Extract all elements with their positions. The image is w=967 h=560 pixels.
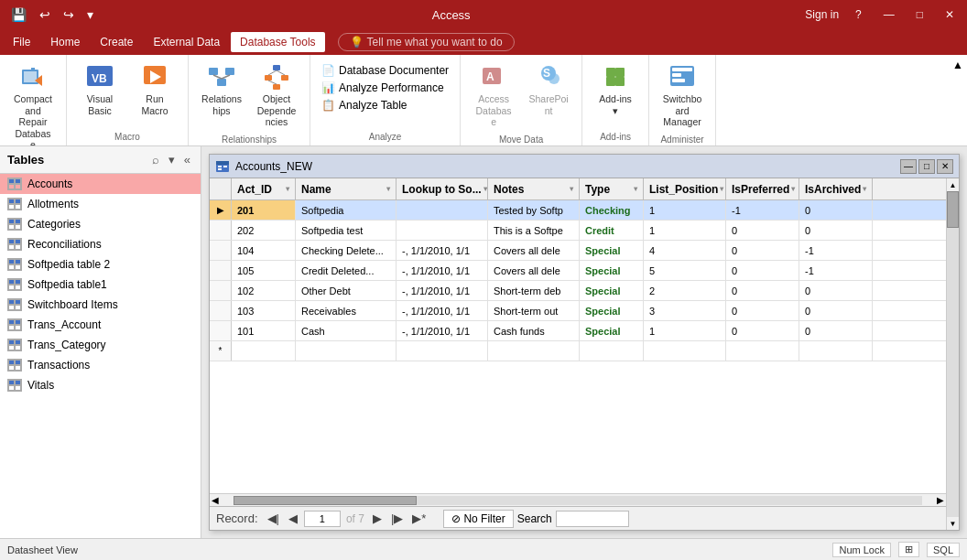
- switchboard-manager-button[interactable]: Switchboard Manager: [657, 59, 708, 132]
- cell-isarch-1[interactable]: 0: [799, 200, 873, 220]
- cell-notes-new[interactable]: [488, 341, 580, 361]
- cell-listpos-2[interactable]: 1: [644, 221, 726, 240]
- cell-lookup-4[interactable]: -, 1/1/2010, 1/1: [397, 261, 488, 280]
- minimize-button[interactable]: —: [878, 6, 900, 23]
- sharepoint-button[interactable]: S SharePoint: [523, 59, 574, 123]
- analyze-performance-button[interactable]: 📊 Analyze Performance: [318, 80, 452, 96]
- sidebar-menu-icon[interactable]: ▾: [166, 152, 178, 167]
- cell-listpos-6[interactable]: 3: [644, 301, 726, 320]
- sidebar-item-softpedia-table-2[interactable]: Softpedia table 2: [0, 254, 201, 275]
- cell-lookup-3[interactable]: -, 1/1/2010, 1/1: [397, 241, 488, 260]
- cell-lookup-1[interactable]: [397, 200, 488, 220]
- nav-current-input[interactable]: [304, 511, 341, 527]
- vscroll-up-button[interactable]: ▲: [947, 178, 959, 191]
- sidebar-item-transactions[interactable]: Transactions: [0, 355, 201, 375]
- object-dependencies-button[interactable]: Object Dependencies: [251, 59, 302, 132]
- cell-name-2[interactable]: Softpedia test: [296, 221, 397, 240]
- cell-lookup-6[interactable]: -, 1/1/2010, 1/1: [397, 301, 488, 320]
- vscroll-down-button[interactable]: ▼: [947, 517, 959, 530]
- cell-isarch-4[interactable]: -1: [799, 261, 873, 280]
- cell-name-1[interactable]: Softpedia: [296, 200, 397, 220]
- menu-external-data[interactable]: External Data: [144, 32, 229, 52]
- cell-type-6[interactable]: Special: [580, 301, 644, 320]
- vertical-scrollbar[interactable]: ▲ ▼: [946, 178, 959, 530]
- cell-ispref-1[interactable]: -1: [726, 200, 799, 220]
- sidebar-item-categories[interactable]: Categories: [0, 214, 201, 234]
- database-documenter-button[interactable]: 📄 Database Documenter: [318, 62, 452, 79]
- mdi-maximize-button[interactable]: □: [918, 159, 935, 174]
- col-header-name[interactable]: Name ▾: [296, 178, 397, 199]
- cell-name-new[interactable]: [296, 341, 397, 361]
- cell-name-5[interactable]: Other Debt: [296, 281, 397, 300]
- vscroll-thumb[interactable]: [947, 191, 959, 228]
- cell-type-7[interactable]: Special: [580, 321, 644, 340]
- col-header-lookup[interactable]: Lookup to So... ▾: [397, 178, 488, 199]
- cell-type-1[interactable]: Checking: [580, 200, 644, 220]
- cell-listpos-7[interactable]: 1: [644, 321, 726, 340]
- add-ins-button[interactable]: Add-ins ▾: [590, 59, 641, 123]
- cell-listpos-4[interactable]: 5: [644, 261, 726, 280]
- cell-type-2[interactable]: Credit: [580, 221, 644, 240]
- cell-actid-7[interactable]: 101: [232, 321, 296, 340]
- cell-notes-7[interactable]: Cash funds: [488, 321, 580, 340]
- cell-name-4[interactable]: Credit Deleted...: [296, 261, 397, 280]
- menu-create[interactable]: Create: [91, 32, 142, 52]
- nav-prev-button[interactable]: ◀: [286, 511, 300, 526]
- table-row[interactable]: 101 Cash -, 1/1/2010, 1/1 Cash funds Spe…: [210, 321, 946, 341]
- cell-notes-2[interactable]: This is a Softpe: [488, 221, 580, 240]
- col-header-listpos[interactable]: List_Position ▾: [644, 178, 726, 199]
- cell-lookup-new[interactable]: [397, 341, 488, 361]
- col-header-isarch[interactable]: IsArchived ▾: [799, 178, 873, 199]
- nav-filter-button[interactable]: ⊘ No Filter: [443, 510, 513, 528]
- cell-name-3[interactable]: Checking Delete...: [296, 241, 397, 260]
- cell-actid-4[interactable]: 105: [232, 261, 296, 280]
- sql-view-button[interactable]: SQL: [927, 543, 960, 557]
- cell-type-4[interactable]: Special: [580, 261, 644, 280]
- analyze-table-button[interactable]: 📋 Analyze Table: [318, 97, 452, 113]
- menu-home[interactable]: Home: [41, 32, 89, 52]
- cell-listpos-1[interactable]: 1: [644, 200, 726, 220]
- cell-listpos-new[interactable]: [644, 341, 726, 361]
- cell-listpos-5[interactable]: 2: [644, 281, 726, 300]
- nav-next-button[interactable]: ▶: [370, 511, 385, 526]
- mdi-close-button[interactable]: ✕: [937, 159, 953, 174]
- cell-actid-1[interactable]: 201: [232, 200, 296, 220]
- cell-isarch-2[interactable]: 0: [799, 221, 873, 240]
- sidebar-item-allotments[interactable]: Allotments: [0, 194, 201, 214]
- redo-button[interactable]: ↪: [60, 5, 78, 24]
- col-header-act-id[interactable]: Act_ID ▾: [232, 178, 296, 199]
- horizontal-scrollbar[interactable]: ◀ ▶: [210, 493, 946, 506]
- cell-actid-5[interactable]: 102: [232, 281, 296, 300]
- cell-ispref-3[interactable]: 0: [726, 241, 799, 260]
- sidebar-item-softpedia-table1[interactable]: Softpedia table1: [0, 275, 201, 295]
- cell-actid-3[interactable]: 104: [232, 241, 296, 260]
- cell-actid-6[interactable]: 103: [232, 301, 296, 320]
- table-row[interactable]: 104 Checking Delete... -, 1/1/2010, 1/1 …: [210, 241, 946, 261]
- table-row[interactable]: 105 Credit Deleted... -, 1/1/2010, 1/1 C…: [210, 261, 946, 281]
- cell-ispref-6[interactable]: 0: [726, 301, 799, 320]
- cell-notes-1[interactable]: Tested by Softp: [488, 200, 580, 220]
- sign-in-button[interactable]: Sign in: [805, 8, 839, 21]
- cell-type-3[interactable]: Special: [580, 241, 644, 260]
- cell-ispref-7[interactable]: 0: [726, 321, 799, 340]
- cell-type-5[interactable]: Special: [580, 281, 644, 300]
- hscroll-track[interactable]: [234, 496, 922, 505]
- sidebar-collapse-icon[interactable]: «: [181, 152, 193, 167]
- cell-isarch-5[interactable]: 0: [799, 281, 873, 300]
- sidebar-item-vitals[interactable]: Vitals: [0, 375, 201, 395]
- run-macro-button[interactable]: Run Macro: [129, 59, 180, 123]
- nav-last-button[interactable]: |▶: [388, 511, 406, 526]
- hscroll-right-button[interactable]: ▶: [935, 495, 946, 505]
- cell-notes-3[interactable]: Covers all dele: [488, 241, 580, 260]
- cell-lookup-2[interactable]: [397, 221, 488, 240]
- hscroll-left-button[interactable]: ◀: [210, 495, 221, 505]
- mdi-minimize-button[interactable]: —: [900, 159, 917, 174]
- nav-new-button[interactable]: ▶*: [409, 511, 429, 526]
- access-database-button[interactable]: A Access Database: [468, 59, 519, 132]
- cell-notes-6[interactable]: Short-term out: [488, 301, 580, 320]
- table-row[interactable]: ▶ 201 Softpedia Tested by Softp Checking…: [210, 200, 946, 221]
- cell-name-7[interactable]: Cash: [296, 321, 397, 340]
- cell-isarch-new[interactable]: [799, 341, 873, 361]
- menu-file[interactable]: File: [4, 32, 39, 52]
- cell-lookup-5[interactable]: -, 1/1/2010, 1/1: [397, 281, 488, 300]
